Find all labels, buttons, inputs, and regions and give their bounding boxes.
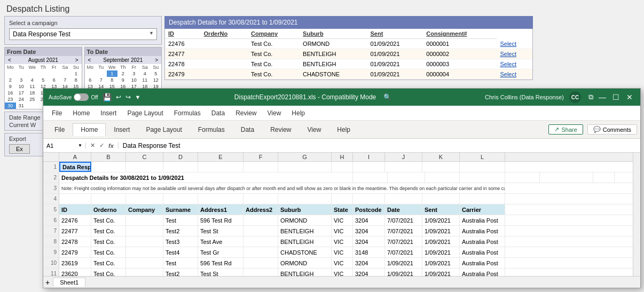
sheet-cell[interactable] bbox=[422, 194, 460, 204]
despatch-select-link[interactable]: Select bbox=[497, 39, 532, 49]
campaign-select-wrapper[interactable]: Data Response Test bbox=[9, 28, 157, 40]
cal-day-cell[interactable]: 5 bbox=[151, 70, 162, 77]
sheet-cell[interactable]: 3204 bbox=[353, 226, 385, 236]
sheet-cell[interactable]: ID bbox=[59, 204, 91, 215]
cal-day-cell[interactable]: 12 bbox=[151, 77, 162, 83]
column-header[interactable]: I bbox=[353, 153, 385, 161]
sheet-cell[interactable]: 23620 bbox=[59, 269, 91, 276]
sheet-cell[interactable]: Test Ave bbox=[198, 236, 244, 247]
sheet-cell[interactable] bbox=[278, 162, 332, 172]
close-button[interactable]: ✕ bbox=[624, 93, 635, 101]
cell-ref-dropdown-icon[interactable]: ▼ bbox=[78, 143, 82, 148]
sheet-cell[interactable]: Postcode bbox=[353, 204, 385, 215]
despatch-col-header[interactable]: ID bbox=[165, 29, 201, 39]
to-prev-month-button[interactable]: < bbox=[87, 57, 92, 63]
sheet-cell[interactable]: Test St bbox=[198, 226, 244, 236]
sheet-cell[interactable]: 3204 bbox=[353, 269, 385, 276]
column-header[interactable]: G bbox=[278, 153, 332, 161]
cal-day-cell[interactable]: 30 bbox=[5, 102, 16, 109]
sheet-cell[interactable]: 22477 bbox=[59, 226, 91, 236]
cal-day-cell[interactable]: 4 bbox=[139, 70, 151, 77]
sheet-cell[interactable] bbox=[353, 162, 385, 172]
excel-menu-item[interactable]: Review bbox=[230, 107, 262, 119]
excel-ribbon-tab[interactable]: Insert bbox=[106, 123, 138, 136]
sheet-cell[interactable]: Test bbox=[163, 215, 198, 225]
formula-input[interactable] bbox=[119, 142, 640, 149]
save-icon[interactable]: 💾 bbox=[103, 93, 112, 101]
sheet-cell[interactable] bbox=[244, 215, 278, 225]
cal-day-cell[interactable]: 4 bbox=[27, 77, 38, 83]
cal-day-cell[interactable]: 1 bbox=[70, 70, 82, 77]
cal-day-cell[interactable]: 18 bbox=[27, 90, 38, 96]
despatch-col-header[interactable]: Company bbox=[248, 29, 300, 39]
autosave-toggle[interactable] bbox=[74, 93, 89, 101]
excel-menu-item[interactable]: Home bbox=[67, 107, 95, 119]
sheet-cell[interactable]: Australia Post bbox=[460, 236, 505, 247]
despatch-col-header[interactable]: Suburb bbox=[300, 29, 367, 39]
undo-icon[interactable]: ↩ bbox=[116, 93, 121, 101]
sheet-cell[interactable]: Test Co. bbox=[91, 236, 126, 247]
sheet-cell[interactable]: Data Response Test bbox=[59, 162, 91, 172]
sheet-cell[interactable]: Australia Post bbox=[460, 215, 505, 225]
sheet-cell[interactable] bbox=[353, 172, 388, 183]
sheet-cell[interactable]: 3204 bbox=[353, 215, 385, 225]
sheet-cell[interactable] bbox=[460, 172, 505, 183]
sheet-cell[interactable] bbox=[244, 258, 278, 268]
cal-day-cell[interactable]: 10 bbox=[16, 83, 27, 90]
cal-day-cell[interactable]: 6 bbox=[49, 77, 60, 83]
sheet-cell[interactable] bbox=[332, 162, 353, 172]
sheet-cell[interactable]: State bbox=[332, 204, 353, 215]
column-header[interactable]: A bbox=[59, 153, 91, 161]
sheet-cell[interactable]: Date bbox=[385, 204, 422, 215]
sheet-cell[interactable]: ORMOND bbox=[278, 258, 332, 268]
sheet-cell[interactable] bbox=[460, 194, 505, 204]
sheet-cell[interactable] bbox=[425, 172, 460, 183]
sheet-cell[interactable] bbox=[126, 247, 163, 257]
excel-menu-item[interactable]: Help bbox=[286, 107, 310, 119]
column-header[interactable]: F bbox=[244, 153, 278, 161]
excel-menu-item[interactable]: File bbox=[46, 107, 67, 119]
excel-ribbon-tab[interactable]: File bbox=[46, 123, 73, 136]
excel-ribbon-tab[interactable]: Help bbox=[329, 123, 358, 136]
sheet-cell[interactable]: Test4 bbox=[163, 247, 198, 257]
sheet-cell[interactable] bbox=[244, 236, 278, 247]
sheet-cell[interactable] bbox=[198, 162, 244, 172]
sheet-cell[interactable]: VIC bbox=[332, 236, 353, 247]
sheet-cell[interactable]: 3204 bbox=[353, 236, 385, 247]
cal-day-cell[interactable]: 3 bbox=[16, 77, 27, 83]
sheet-cell[interactable]: VIC bbox=[332, 226, 353, 236]
scroll-indicator[interactable] bbox=[633, 153, 640, 276]
cell-reference[interactable]: A1 ▼ bbox=[43, 143, 86, 149]
sheet-cell[interactable]: Test3 bbox=[163, 236, 198, 247]
column-header[interactable]: D bbox=[163, 153, 198, 161]
sheet-cell[interactable] bbox=[126, 215, 163, 225]
search-icon[interactable]: 🔍 bbox=[383, 93, 391, 101]
sheet-cell[interactable]: Test Co. bbox=[91, 215, 126, 225]
sheet-cell[interactable]: Test Co. bbox=[91, 247, 126, 257]
sheet-cell[interactable] bbox=[198, 194, 244, 204]
sheet-cell[interactable] bbox=[126, 258, 163, 268]
sheet-cell[interactable]: Suburb bbox=[278, 204, 332, 215]
sheet-cell[interactable]: Note: Freight costing information may no… bbox=[59, 183, 505, 193]
cal-day-cell[interactable]: 1 bbox=[107, 70, 118, 77]
excel-ribbon-tab[interactable]: Formulas bbox=[190, 123, 233, 136]
excel-ribbon-tab[interactable]: Home bbox=[73, 123, 106, 136]
sheet-cell[interactable] bbox=[332, 194, 353, 204]
sheet-cell[interactable] bbox=[244, 226, 278, 236]
sheet-cell[interactable] bbox=[59, 194, 91, 204]
cancel-formula-icon[interactable]: ✕ bbox=[89, 142, 96, 149]
sheet-cell[interactable]: 22476 bbox=[59, 215, 91, 225]
sheet-cell[interactable]: Sent bbox=[422, 204, 460, 215]
sheet-cell[interactable] bbox=[126, 194, 163, 204]
to-next-month-button[interactable]: > bbox=[154, 57, 159, 63]
sheet-cell[interactable]: Test Co. bbox=[91, 258, 126, 268]
sheet-cell[interactable] bbox=[244, 162, 278, 172]
sheet-cell[interactable]: Carrier bbox=[460, 204, 505, 215]
sheet-cell[interactable] bbox=[91, 162, 126, 172]
cal-day-cell[interactable]: 24 bbox=[16, 96, 27, 102]
cal-day-cell[interactable]: 10 bbox=[129, 77, 140, 83]
despatch-col-header[interactable]: OrderNo bbox=[201, 29, 248, 39]
sheet-cell[interactable]: Australia Post bbox=[460, 247, 505, 257]
cal-day-cell[interactable]: 2 bbox=[117, 70, 129, 77]
column-header[interactable]: H bbox=[332, 153, 353, 161]
